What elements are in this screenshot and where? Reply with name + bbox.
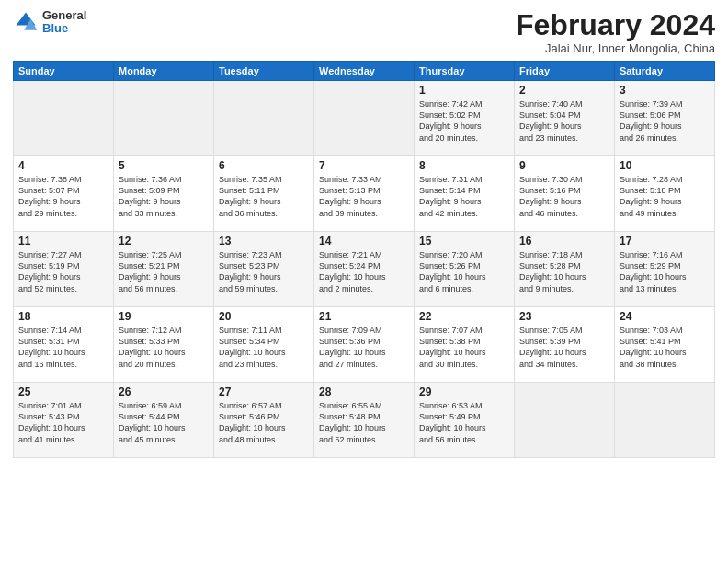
weekday-header-row: SundayMondayTuesdayWednesdayThursdayFrid…: [14, 62, 715, 81]
calendar-cell: [314, 81, 415, 156]
calendar-cell: 10Sunrise: 7:28 AM Sunset: 5:18 PM Dayli…: [615, 156, 715, 232]
calendar-cell: 1Sunrise: 7:42 AM Sunset: 5:02 PM Daylig…: [415, 81, 515, 156]
day-number: 16: [519, 235, 609, 247]
day-info: Sunrise: 6:53 AM Sunset: 5:49 PM Dayligh…: [419, 400, 509, 445]
calendar-cell: 13Sunrise: 7:23 AM Sunset: 5:23 PM Dayli…: [214, 232, 314, 307]
calendar-cell: [515, 383, 615, 458]
page: General Blue February 2024 Jalai Nur, In…: [0, 0, 728, 563]
day-number: 26: [119, 385, 209, 398]
day-info: Sunrise: 7:30 AM Sunset: 5:16 PM Dayligh…: [519, 174, 609, 219]
calendar-week-row: 18Sunrise: 7:14 AM Sunset: 5:31 PM Dayli…: [14, 307, 715, 383]
day-number: 21: [319, 310, 409, 323]
calendar-cell: 3Sunrise: 7:39 AM Sunset: 5:06 PM Daylig…: [615, 81, 715, 156]
weekday-header-sunday: Sunday: [14, 62, 114, 81]
calendar-cell: 11Sunrise: 7:27 AM Sunset: 5:19 PM Dayli…: [14, 232, 114, 307]
day-number: 15: [419, 235, 509, 247]
day-number: 10: [620, 159, 710, 172]
calendar-cell: 8Sunrise: 7:31 AM Sunset: 5:14 PM Daylig…: [415, 156, 515, 232]
day-info: Sunrise: 7:40 AM Sunset: 5:04 PM Dayligh…: [519, 98, 609, 144]
day-number: 9: [519, 159, 609, 172]
calendar-cell: 7Sunrise: 7:33 AM Sunset: 5:13 PM Daylig…: [314, 156, 415, 232]
day-info: Sunrise: 7:38 AM Sunset: 5:07 PM Dayligh…: [18, 174, 108, 219]
calendar-week-row: 4Sunrise: 7:38 AM Sunset: 5:07 PM Daylig…: [14, 156, 715, 232]
day-info: Sunrise: 7:14 AM Sunset: 5:31 PM Dayligh…: [18, 325, 108, 370]
weekday-header-tuesday: Tuesday: [214, 62, 314, 81]
calendar-cell: 12Sunrise: 7:25 AM Sunset: 5:21 PM Dayli…: [114, 232, 214, 307]
calendar-cell: 24Sunrise: 7:03 AM Sunset: 5:41 PM Dayli…: [615, 307, 715, 383]
calendar-cell: 20Sunrise: 7:11 AM Sunset: 5:34 PM Dayli…: [214, 307, 314, 383]
day-info: Sunrise: 7:12 AM Sunset: 5:33 PM Dayligh…: [119, 325, 209, 370]
calendar-cell: 26Sunrise: 6:59 AM Sunset: 5:44 PM Dayli…: [114, 383, 214, 458]
weekday-header-saturday: Saturday: [615, 62, 715, 81]
day-info: Sunrise: 7:23 AM Sunset: 5:23 PM Dayligh…: [219, 249, 309, 294]
day-number: 14: [319, 235, 409, 247]
day-number: 29: [419, 385, 509, 398]
calendar-cell: 14Sunrise: 7:21 AM Sunset: 5:24 PM Dayli…: [314, 232, 415, 307]
day-info: Sunrise: 7:21 AM Sunset: 5:24 PM Dayligh…: [319, 249, 409, 294]
day-info: Sunrise: 6:55 AM Sunset: 5:48 PM Dayligh…: [319, 400, 409, 445]
calendar-week-row: 1Sunrise: 7:42 AM Sunset: 5:02 PM Daylig…: [14, 81, 715, 156]
calendar-week-row: 11Sunrise: 7:27 AM Sunset: 5:19 PM Dayli…: [14, 232, 715, 307]
day-info: Sunrise: 7:07 AM Sunset: 5:38 PM Dayligh…: [419, 325, 509, 370]
calendar-cell: 28Sunrise: 6:55 AM Sunset: 5:48 PM Dayli…: [314, 383, 415, 458]
day-info: Sunrise: 7:16 AM Sunset: 5:29 PM Dayligh…: [620, 249, 710, 294]
calendar-cell: 4Sunrise: 7:38 AM Sunset: 5:07 PM Daylig…: [14, 156, 114, 232]
calendar-cell: [214, 81, 314, 156]
calendar-cell: 29Sunrise: 6:53 AM Sunset: 5:49 PM Dayli…: [415, 383, 515, 458]
day-info: Sunrise: 7:42 AM Sunset: 5:02 PM Dayligh…: [419, 98, 509, 144]
day-info: Sunrise: 7:03 AM Sunset: 5:41 PM Dayligh…: [620, 325, 710, 370]
calendar-cell: [114, 81, 214, 156]
day-number: 7: [319, 159, 409, 172]
calendar-cell: 16Sunrise: 7:18 AM Sunset: 5:28 PM Dayli…: [515, 232, 615, 307]
calendar-cell: 6Sunrise: 7:35 AM Sunset: 5:11 PM Daylig…: [214, 156, 314, 232]
calendar-table: SundayMondayTuesdayWednesdayThursdayFrid…: [13, 61, 715, 458]
header: General Blue February 2024 Jalai Nur, In…: [13, 9, 715, 55]
logo-text: General Blue: [42, 9, 86, 36]
calendar-cell: 27Sunrise: 6:57 AM Sunset: 5:46 PM Dayli…: [214, 383, 314, 458]
day-number: 20: [219, 310, 309, 323]
logo-blue-text: Blue: [42, 22, 86, 35]
calendar-cell: 9Sunrise: 7:30 AM Sunset: 5:16 PM Daylig…: [515, 156, 615, 232]
day-number: 4: [18, 159, 108, 172]
day-number: 13: [219, 235, 309, 247]
calendar-cell: [14, 81, 114, 156]
day-number: 24: [620, 310, 710, 323]
day-info: Sunrise: 7:09 AM Sunset: 5:36 PM Dayligh…: [319, 325, 409, 370]
calendar-cell: 17Sunrise: 7:16 AM Sunset: 5:29 PM Dayli…: [615, 232, 715, 307]
day-info: Sunrise: 6:59 AM Sunset: 5:44 PM Dayligh…: [119, 400, 209, 445]
day-number: 1: [419, 84, 509, 97]
day-number: 6: [219, 159, 309, 172]
day-number: 23: [519, 310, 609, 323]
day-number: 12: [119, 235, 209, 247]
day-number: 11: [18, 235, 108, 247]
calendar-cell: 25Sunrise: 7:01 AM Sunset: 5:43 PM Dayli…: [14, 383, 114, 458]
calendar-cell: 15Sunrise: 7:20 AM Sunset: 5:26 PM Dayli…: [415, 232, 515, 307]
calendar-cell: 19Sunrise: 7:12 AM Sunset: 5:33 PM Dayli…: [114, 307, 214, 383]
day-number: 8: [419, 159, 509, 172]
calendar-cell: [615, 383, 715, 458]
day-number: 3: [620, 84, 710, 97]
day-number: 25: [18, 385, 108, 398]
day-info: Sunrise: 7:20 AM Sunset: 5:26 PM Dayligh…: [419, 249, 509, 294]
day-number: 19: [119, 310, 209, 323]
day-number: 27: [219, 385, 309, 398]
day-info: Sunrise: 7:11 AM Sunset: 5:34 PM Dayligh…: [219, 325, 309, 370]
day-number: 5: [119, 159, 209, 172]
logo: General Blue: [13, 9, 86, 36]
day-info: Sunrise: 7:18 AM Sunset: 5:28 PM Dayligh…: [519, 249, 609, 294]
day-info: Sunrise: 7:31 AM Sunset: 5:14 PM Dayligh…: [419, 174, 509, 219]
weekday-header-monday: Monday: [114, 62, 214, 81]
logo-general-text: General: [42, 9, 86, 22]
day-info: Sunrise: 7:33 AM Sunset: 5:13 PM Dayligh…: [319, 174, 409, 219]
day-info: Sunrise: 7:05 AM Sunset: 5:39 PM Dayligh…: [519, 325, 609, 370]
month-title: February 2024: [516, 9, 715, 41]
calendar-cell: 22Sunrise: 7:07 AM Sunset: 5:38 PM Dayli…: [415, 307, 515, 383]
calendar-cell: 21Sunrise: 7:09 AM Sunset: 5:36 PM Dayli…: [314, 307, 415, 383]
day-info: Sunrise: 7:39 AM Sunset: 5:06 PM Dayligh…: [620, 98, 710, 144]
location-subtitle: Jalai Nur, Inner Mongolia, China: [516, 41, 715, 55]
calendar-cell: 23Sunrise: 7:05 AM Sunset: 5:39 PM Dayli…: [515, 307, 615, 383]
day-info: Sunrise: 7:28 AM Sunset: 5:18 PM Dayligh…: [620, 174, 710, 219]
day-info: Sunrise: 7:01 AM Sunset: 5:43 PM Dayligh…: [18, 400, 108, 445]
calendar-cell: 18Sunrise: 7:14 AM Sunset: 5:31 PM Dayli…: [14, 307, 114, 383]
day-info: Sunrise: 7:25 AM Sunset: 5:21 PM Dayligh…: [119, 249, 209, 294]
